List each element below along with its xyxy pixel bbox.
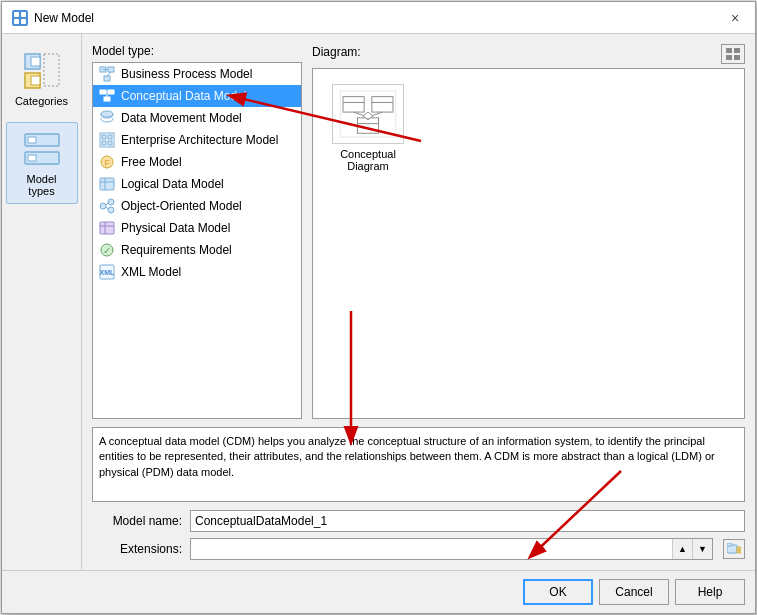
svg-rect-14 xyxy=(108,67,114,72)
svg-line-37 xyxy=(106,203,108,205)
dmm-label: Data Movement Model xyxy=(121,111,242,125)
model-types-icon xyxy=(22,129,62,169)
svg-rect-46 xyxy=(726,48,732,53)
categories-icon xyxy=(22,51,62,91)
ldm-label: Logical Data Model xyxy=(121,177,224,191)
svg-rect-15 xyxy=(104,76,110,81)
pdm-icon xyxy=(99,220,115,236)
diagram-item-conceptual[interactable]: Conceptual Diagram xyxy=(323,79,413,177)
svg-point-35 xyxy=(108,199,114,205)
svg-rect-5 xyxy=(31,57,40,66)
req-icon: ✓ xyxy=(99,242,115,258)
model-type-item-pdm[interactable]: Physical Data Model xyxy=(93,217,301,239)
help-button[interactable]: Help xyxy=(675,579,745,605)
diagram-view-button[interactable] xyxy=(721,44,745,64)
svg-line-17 xyxy=(107,72,111,76)
diagram-section: Diagram: xyxy=(312,44,745,419)
dialog-icon xyxy=(12,10,28,26)
svg-rect-19 xyxy=(108,90,114,94)
diagram-list[interactable]: Conceptual Diagram xyxy=(312,68,745,419)
model-name-row: Model name: xyxy=(92,510,745,532)
oom-icon xyxy=(99,198,115,214)
dialog-footer: OK Cancel Help xyxy=(2,570,755,613)
svg-line-38 xyxy=(106,207,108,209)
extensions-label: Extensions: xyxy=(92,542,182,556)
svg-rect-49 xyxy=(734,55,740,60)
svg-rect-27 xyxy=(102,141,106,145)
svg-rect-12 xyxy=(28,155,36,161)
svg-rect-18 xyxy=(100,90,106,94)
ldm-icon xyxy=(99,176,115,192)
sidebar-item-model-types[interactable]: Model types xyxy=(6,122,78,204)
svg-rect-26 xyxy=(108,135,112,139)
extensions-browse-button[interactable] xyxy=(723,539,745,559)
model-type-item-cdm[interactable]: Conceptual Data Model xyxy=(93,85,301,107)
extensions-row: Extensions: ▲ ▼ xyxy=(92,538,745,560)
sidebar: Categories Model types xyxy=(2,34,82,570)
svg-rect-7 xyxy=(31,76,40,85)
svg-point-23 xyxy=(101,111,113,117)
model-type-item-dmm[interactable]: Data Movement Model xyxy=(93,107,301,129)
titlebar-left: New Model xyxy=(12,10,94,26)
main-content: Model type: xyxy=(82,34,755,570)
description-text: A conceptual data model (CDM) helps you … xyxy=(99,435,715,478)
svg-rect-39 xyxy=(100,222,114,234)
svg-rect-2 xyxy=(14,19,19,24)
svg-rect-47 xyxy=(734,48,740,53)
model-type-item-eam[interactable]: Enterprise Architecture Model xyxy=(93,129,301,151)
dialog-title: New Model xyxy=(34,11,94,25)
model-name-input[interactable] xyxy=(190,510,745,532)
sidebar-item-categories[interactable]: Categories xyxy=(6,44,78,114)
eam-label: Enterprise Architecture Model xyxy=(121,133,278,147)
svg-rect-8 xyxy=(44,54,59,86)
svg-rect-25 xyxy=(102,135,106,139)
svg-rect-31 xyxy=(100,178,114,190)
svg-rect-28 xyxy=(108,141,112,145)
dialog-body: Categories Model types xyxy=(2,34,755,570)
model-name-label: Model name: xyxy=(92,514,182,528)
svg-rect-53 xyxy=(372,97,393,112)
model-type-label: Model type: xyxy=(92,44,302,58)
bpm-label: Business Process Model xyxy=(121,67,252,81)
description-section: A conceptual data model (CDM) helps you … xyxy=(92,427,745,502)
categories-label: Categories xyxy=(15,95,68,107)
oom-label: Object-Oriented Model xyxy=(121,199,242,213)
bpm-icon xyxy=(99,66,115,82)
diagram-label: Diagram: xyxy=(312,45,361,59)
svg-text:F: F xyxy=(104,158,110,168)
extensions-down-button[interactable]: ▼ xyxy=(692,539,712,559)
form-section: Model name: Extensions: ▲ ▼ xyxy=(92,510,745,560)
free-icon: F xyxy=(99,154,115,170)
eam-icon xyxy=(99,132,115,148)
diagram-header: Diagram: xyxy=(312,44,745,64)
extensions-input[interactable] xyxy=(191,540,672,558)
svg-point-34 xyxy=(100,203,106,209)
extensions-up-button[interactable]: ▲ xyxy=(672,539,692,559)
diagram-thumbnail xyxy=(332,84,404,144)
ok-button[interactable]: OK xyxy=(523,579,593,605)
model-type-item-free[interactable]: F Free Model xyxy=(93,151,301,173)
model-type-item-req[interactable]: ✓ Requirements Model xyxy=(93,239,301,261)
model-type-item-oom[interactable]: Object-Oriented Model xyxy=(93,195,301,217)
cdm-icon xyxy=(99,88,115,104)
model-type-section: Model type: xyxy=(92,44,302,419)
dmm-icon xyxy=(99,110,115,126)
close-button[interactable]: × xyxy=(725,8,745,28)
titlebar: New Model × xyxy=(2,2,755,34)
svg-rect-0 xyxy=(14,12,19,17)
xml-icon: XML xyxy=(99,264,115,280)
svg-rect-20 xyxy=(104,97,110,101)
svg-rect-48 xyxy=(726,55,732,60)
svg-rect-3 xyxy=(21,19,26,24)
model-type-item-ldm[interactable]: Logical Data Model xyxy=(93,173,301,195)
cancel-button[interactable]: Cancel xyxy=(599,579,669,605)
model-type-list[interactable]: Business Process Model xyxy=(92,62,302,419)
svg-rect-10 xyxy=(28,137,36,143)
diagram-item-label: Conceptual Diagram xyxy=(328,148,408,172)
model-type-item-xml[interactable]: XML XML Model xyxy=(93,261,301,283)
svg-point-36 xyxy=(108,207,114,213)
xml-label: XML Model xyxy=(121,265,181,279)
content-top: Model type: xyxy=(92,44,745,419)
model-type-item-bpm[interactable]: Business Process Model xyxy=(93,63,301,85)
pdm-label: Physical Data Model xyxy=(121,221,230,235)
